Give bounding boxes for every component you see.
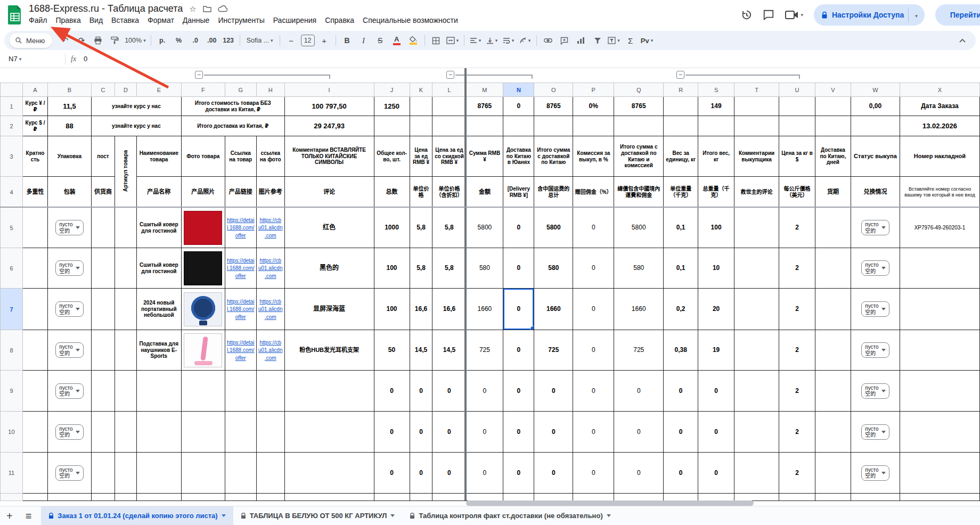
cell-S1[interactable]: 149: [698, 97, 734, 116]
star-icon[interactable]: ☆: [189, 4, 196, 14]
cell-B3[interactable]: Упаковка: [47, 136, 91, 177]
cell-A5[interactable]: [22, 208, 47, 248]
col-header-K[interactable]: K: [410, 83, 432, 97]
cell-F1[interactable]: Итого стоимость товара БЕЗ доставки из К…: [181, 97, 284, 116]
cell-N4[interactable]: [Delivery RMB ¥]: [503, 177, 534, 208]
cell-P12[interactable]: [573, 494, 614, 501]
cell-K8[interactable]: 14,5: [410, 330, 432, 371]
cell-D3[interactable]: Артикул товара: [115, 136, 136, 208]
cell-H6[interactable]: https://cbu01.alicdn.com: [256, 248, 284, 289]
cell-A7[interactable]: [22, 289, 47, 330]
cell-N5[interactable]: 0: [503, 208, 534, 248]
cell-R4[interactable]: 单位重量（千克）: [664, 177, 698, 208]
bold-button[interactable]: B: [339, 34, 355, 47]
cell-P11[interactable]: 0: [573, 453, 614, 494]
cell-W1[interactable]: 0,00: [851, 97, 900, 116]
cell-U9[interactable]: 2: [779, 371, 815, 412]
col-header-S[interactable]: S: [698, 83, 734, 97]
cell-F12[interactable]: [181, 494, 225, 501]
cell-K9[interactable]: 0: [410, 371, 432, 412]
cell-N9[interactable]: 0: [503, 371, 534, 412]
cell-W9[interactable]: пусто空的: [851, 371, 900, 412]
cell-F6[interactable]: [181, 248, 225, 289]
cell-K11[interactable]: 0: [410, 453, 432, 494]
cell-H4[interactable]: 图片参考: [256, 177, 284, 208]
cell-H10[interactable]: [256, 412, 284, 453]
cell-Q11[interactable]: 0: [614, 453, 664, 494]
format-percent-button[interactable]: %: [171, 34, 187, 47]
cell-L8[interactable]: 14,5: [432, 330, 466, 371]
cell-T2[interactable]: [734, 116, 779, 136]
cell-D12[interactable]: [115, 494, 136, 501]
create-filter-button[interactable]: [590, 34, 606, 47]
cell-O8[interactable]: 725: [534, 330, 573, 371]
cell-J8[interactable]: 50: [374, 330, 410, 371]
cell-T11[interactable]: [734, 453, 779, 494]
comments-icon[interactable]: [763, 9, 774, 21]
strikethrough-button[interactable]: S: [372, 34, 388, 47]
cell-J7[interactable]: 100: [374, 289, 410, 330]
collapse-toolbar-button[interactable]: [954, 34, 970, 47]
cell-W3[interactable]: Статус выкупа: [851, 136, 900, 177]
cell-Q12[interactable]: [614, 494, 664, 501]
cell-K10[interactable]: 0: [410, 412, 432, 453]
undo-button[interactable]: ↶: [57, 34, 73, 47]
cell-O7[interactable]: 1660: [534, 289, 573, 330]
cell-A1[interactable]: Курс ¥ / ₽: [22, 97, 47, 116]
cell-J5[interactable]: 1000: [374, 208, 410, 248]
cell-B12[interactable]: [47, 494, 91, 501]
cell-N11[interactable]: 0: [503, 453, 534, 494]
col-header-F[interactable]: F: [181, 83, 225, 97]
insert-chart-button[interactable]: [573, 34, 589, 47]
decrease-decimals-button[interactable]: .0: [187, 34, 203, 47]
cell-R5[interactable]: 0,1: [664, 208, 698, 248]
cell-R8[interactable]: 0,38: [664, 330, 698, 371]
cell-B10[interactable]: пусто空的: [47, 412, 91, 453]
col-header-I[interactable]: I: [284, 83, 374, 97]
cell-V8[interactable]: [815, 330, 851, 371]
empty-status-dropdown[interactable]: пусто空的: [861, 260, 889, 276]
cell-N12[interactable]: [503, 494, 534, 501]
cell-A3[interactable]: Кратность: [22, 136, 47, 177]
empty-status-dropdown[interactable]: пусто空的: [55, 220, 83, 235]
cell-V1[interactable]: [815, 97, 851, 116]
cell-P3[interactable]: Комиссия за выкуп, в %: [573, 136, 614, 177]
decrease-font-size-button[interactable]: −: [283, 34, 299, 47]
cell-K1[interactable]: [410, 97, 432, 116]
empty-status-dropdown[interactable]: пусто空的: [55, 301, 83, 317]
cell-J4[interactable]: 总数: [374, 177, 410, 208]
cell-D6[interactable]: [115, 248, 136, 289]
row-header-7[interactable]: 7: [1, 289, 23, 330]
cell-G4[interactable]: 产品链接: [225, 177, 256, 208]
col-header-Q[interactable]: Q: [614, 83, 664, 97]
cell-L4[interactable]: 单位价格（含折扣）: [432, 177, 466, 208]
cell-H5[interactable]: https://cbu01.alicdn.com: [256, 208, 284, 248]
text-rotation-button[interactable]: A ▾: [517, 34, 533, 47]
cell-W8[interactable]: пусто空的: [851, 330, 900, 371]
collapse-group-button[interactable]: −: [195, 71, 203, 79]
cell-M7[interactable]: 1660: [466, 289, 503, 330]
cell-H8[interactable]: https://cbu01.alicdn.com: [256, 330, 284, 371]
print-button[interactable]: [90, 34, 106, 47]
cell-D10[interactable]: [115, 412, 136, 453]
cell-J11[interactable]: 0: [374, 453, 410, 494]
cell-O2[interactable]: [534, 116, 573, 136]
formula-input[interactable]: 0: [84, 55, 87, 63]
cell-O10[interactable]: 0: [534, 412, 573, 453]
more-number-formats-button[interactable]: 123: [220, 34, 236, 47]
menu-help[interactable]: Справка: [321, 15, 358, 26]
cell-A10[interactable]: [22, 412, 47, 453]
cell-F11[interactable]: [181, 453, 225, 494]
filter-views-button[interactable]: ▾: [606, 34, 622, 47]
cell-L1[interactable]: [432, 97, 466, 116]
cell-R1[interactable]: [664, 97, 698, 116]
cell-U1[interactable]: [779, 97, 815, 116]
cell-U3[interactable]: Цена за кг в $: [779, 136, 815, 177]
cell-F10[interactable]: [181, 412, 225, 453]
cell-A12[interactable]: [22, 494, 47, 501]
cell-R12[interactable]: [664, 494, 698, 501]
col-header-U[interactable]: U: [779, 83, 815, 97]
col-header-R[interactable]: R: [664, 83, 698, 97]
cell-S10[interactable]: 0: [698, 412, 734, 453]
cell-E9[interactable]: [136, 371, 181, 412]
